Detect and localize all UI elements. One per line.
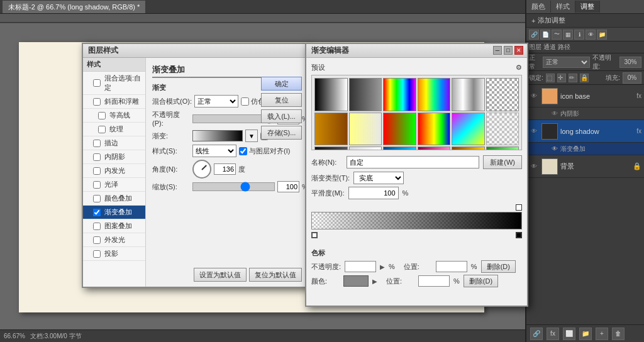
ge-opacity-stop-input[interactable] [345,261,376,272]
ls-item-coloroverlay[interactable]: 颜色叠加 [83,192,145,206]
new-layer-button[interactable]: + [596,328,608,340]
preset-dark2[interactable] [314,146,348,150]
ge-gradient-bar[interactable] [311,212,522,229]
tab-style[interactable]: 样式 [551,1,575,13]
new-group-button[interactable]: 📁 [579,328,592,340]
layer-visibility-icon-base[interactable]: 👁 [529,91,539,101]
dialog-minimize[interactable]: ─ [493,46,502,55]
ls-scale-slider[interactable] [192,182,275,191]
ls-check-texture[interactable] [98,126,106,133]
lock-transparent-icon[interactable]: ⬚ [546,74,555,82]
icon-folder[interactable]: 📁 [597,30,607,40]
preset-custom2[interactable] [383,146,416,150]
preset-custom3[interactable] [418,146,451,150]
icon-curve[interactable]: 〜 [552,30,562,40]
tab-adjustment[interactable]: 调整 [575,1,600,13]
ls-gradient-preview[interactable] [192,130,243,141]
add-adjustment-button[interactable]: + 添加调整 [526,14,644,28]
ge-color-swatch[interactable] [343,275,369,287]
layer-visibility-long-shadow[interactable]: 👁 [529,126,539,136]
link-layers-button[interactable]: 🔗 [530,328,543,340]
preset-red-green[interactable] [383,113,416,146]
ls-check-contour[interactable] [98,112,106,119]
preset-rainbow2[interactable] [418,78,451,111]
ls-blend-select[interactable]: 正常 [194,95,238,108]
lock-all-icon[interactable]: 🔒 [580,74,589,82]
ls-ok-button[interactable]: 确定 [261,77,302,91]
ls-reset-button[interactable]: 复位为默认值 [249,268,302,282]
preset-custom5[interactable] [486,146,519,150]
ls-item-patternoverlay[interactable]: 图案叠加 [83,219,145,233]
preset-trans[interactable] [486,78,519,111]
preset-settings-icon[interactable]: ⚙ [516,63,522,72]
preset-bw[interactable] [314,78,348,111]
ls-scale-input[interactable]: 100 [277,181,299,192]
dialog-close[interactable]: ✕ [514,46,523,55]
ls-check-patternoverlay[interactable] [93,223,101,230]
ls-angle-input[interactable]: 136 [214,163,236,175]
ls-item-innershadow[interactable]: 内阴影 [83,150,145,164]
ge-color-delete-button[interactable]: 删除(D) [464,275,498,287]
add-mask-button[interactable]: ⬜ [563,328,575,340]
ls-check-innerglow[interactable] [93,167,101,175]
ge-opacity-stop-right[interactable] [516,204,522,211]
preset-rainbow4[interactable] [452,113,485,146]
ls-item-blending[interactable]: 混合选项:自定 [83,72,145,95]
icon-info[interactable]: ℹ [574,30,584,40]
layer-effect-gradient-long-shadow[interactable]: 👁 渐变叠加 [526,143,644,155]
ls-item-dropshadow[interactable]: 投影 [83,247,145,261]
preset-light[interactable] [349,146,382,150]
ge-type-select[interactable]: 实底 [353,172,404,184]
lock-position-icon[interactable]: ✛ [557,74,566,82]
ls-check-gradientoverlay[interactable] [93,209,101,216]
preset-rainbow1[interactable] [383,78,416,111]
icon-eye[interactable]: 👁 [586,30,596,40]
layer-effect-inner-shadow-iconbase[interactable]: 👁 内阴影 [526,108,644,120]
ls-item-contour[interactable]: 等高线 [83,109,145,123]
lock-brush-icon[interactable]: ✏ [569,74,577,82]
blend-mode-select[interactable]: 正常 [543,57,589,68]
ls-load-button[interactable]: 载入(L)... [261,109,302,123]
ge-color-stop-left[interactable] [311,232,318,238]
ls-simulate-input[interactable] [241,97,249,106]
ls-item-bevel[interactable]: 斜面和浮雕 [83,95,145,109]
ls-item-gradientoverlay[interactable]: 渐变叠加 [83,206,145,219]
ls-default-button[interactable]: 设置为默认值 [194,268,247,282]
ls-angle-dial[interactable] [192,160,211,179]
ls-check-dropshadow[interactable] [93,250,101,258]
ls-align-input[interactable] [239,147,247,155]
ls-check-outerglow[interactable] [93,236,101,244]
ls-check-bevel[interactable] [93,98,101,106]
layer-item-long-shadow[interactable]: 👁 long shadow fx [526,120,644,143]
dialog-maximize[interactable]: □ [504,46,513,55]
ge-name-input[interactable]: 自定 [347,156,479,168]
ls-align-check[interactable]: 与图层对齐(I) [239,146,290,156]
ge-new-button[interactable]: 新建(W) [483,155,522,169]
icon-page[interactable]: 📄 [540,30,550,40]
layer-visibility-background[interactable]: 👁 [529,162,539,172]
preset-custom4[interactable] [452,146,485,150]
ls-check-stroke[interactable] [93,140,101,147]
delete-layer-button[interactable]: 🗑 [612,328,625,340]
preset-custom1[interactable] [314,113,348,146]
ge-smoothness-input[interactable]: 100 [348,187,399,199]
fill-input[interactable] [623,72,641,84]
ls-item-texture[interactable]: 纹理 [83,123,145,136]
add-style-button[interactable]: fx [547,328,559,340]
icon-link[interactable]: 🔗 [529,30,539,40]
ge-color-pos-input[interactable] [418,275,450,287]
ge-opacity-pos-input[interactable] [436,261,467,272]
ls-style-select[interactable]: 线性 [192,145,236,157]
preset-yellow-trans[interactable] [349,113,382,146]
ge-opacity-delete-button[interactable]: 删除(D) [481,260,516,273]
ge-color-stop-right[interactable] [516,232,522,238]
ls-item-outerglow[interactable]: 外发光 [83,233,145,247]
ls-item-innerglow[interactable]: 内发光 [83,164,145,178]
ls-cancel-button[interactable]: 复位 [261,93,302,107]
opacity-input[interactable]: 30% [619,57,641,68]
ls-check-satin[interactable] [93,181,101,189]
document-tab[interactable]: 未标题-2 @ 66.7% (long shadow, RGB/8) * [3,1,145,13]
ls-save-button[interactable]: 存储(S)... [261,126,302,140]
ge-color-arrow[interactable]: ▶ [372,278,377,285]
layer-item-icon-base[interactable]: 👁 icon base fx [526,85,644,108]
